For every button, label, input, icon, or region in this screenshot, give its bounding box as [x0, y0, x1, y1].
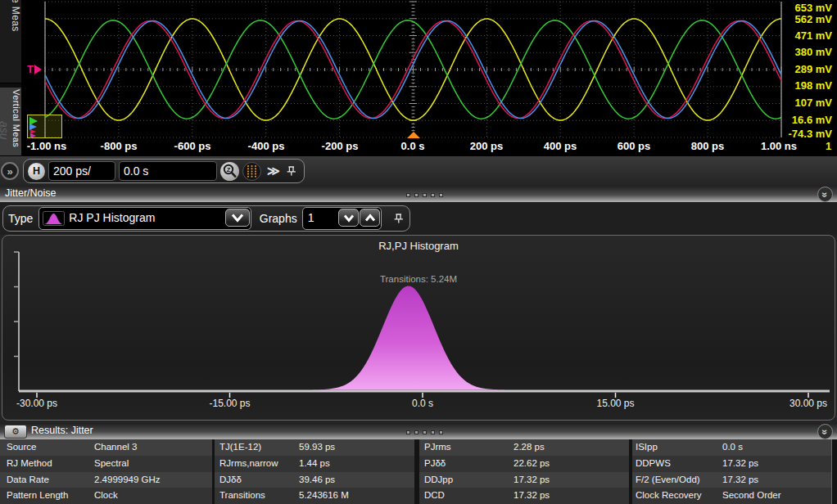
- result-label: DJδδ: [219, 475, 242, 484]
- result-label: PJδδ: [424, 458, 446, 468]
- time-axis-label: 200 ps: [470, 140, 503, 152]
- table-row: DDJpp17.32 ps: [419, 472, 629, 488]
- table-row: DJδδ39.46 ps: [215, 472, 414, 488]
- trigger-label: T: [27, 63, 34, 75]
- time-axis-label: -1.00 ns: [27, 140, 66, 152]
- table-row: RJ MethodSpectral: [0, 456, 212, 472]
- time-axis-label: -200 ps: [322, 140, 359, 152]
- histogram-transitions-annotation: Transitions: 5.24M: [2, 274, 835, 284]
- time-axis-label: -400 ps: [248, 140, 285, 152]
- trigger-level-marker[interactable]: T: [27, 63, 42, 75]
- time-axis-label: -800 ps: [101, 140, 138, 152]
- type-control-group: Type RJ PJ Histogram Graphs 1: [2, 205, 410, 232]
- result-value: Second Order: [722, 490, 781, 500]
- result-value: Clock: [94, 490, 118, 500]
- result-value: Channel 3: [94, 442, 137, 452]
- table-row: RJrms,narrow1.44 ps: [215, 456, 414, 472]
- result-label: RJrms,narrow: [219, 458, 278, 468]
- result-label: DDJpp: [424, 475, 453, 484]
- result-value: 17.32 ps: [514, 490, 550, 500]
- result-label: DCD: [424, 490, 445, 500]
- type-label: Type: [8, 212, 33, 225]
- voltage-axis-label: 471 mV: [794, 29, 832, 42]
- result-value: 59.93 ps: [299, 442, 335, 452]
- graph-type-dropdown[interactable]: RJ PJ Histogram: [38, 207, 251, 230]
- result-value: 17.32 ps: [722, 475, 758, 484]
- timebase-input[interactable]: 200 ps/: [48, 161, 115, 181]
- time-axis-label: 0.0 s: [401, 140, 425, 152]
- results-header: ⚙ Results: Jitter »: [0, 423, 837, 440]
- result-label: RJ Method: [7, 458, 52, 468]
- result-label: PJrms: [424, 442, 451, 452]
- histogram-x-label: 30.00 ps: [789, 398, 827, 409]
- results-column-group: PJrms2.28 psPJδδ22.62 psDDJpp17.32 psDCD…: [419, 439, 629, 504]
- result-label: Transitions: [219, 490, 265, 500]
- collapse-panel-button[interactable]: »: [817, 187, 833, 202]
- result-value: 39.46 ps: [299, 475, 335, 484]
- horizontal-position-input[interactable]: 0.0 s: [119, 161, 217, 181]
- pin-toolbar-icon[interactable]: [286, 166, 297, 177]
- result-label: ISIpp: [636, 442, 658, 452]
- table-row: ISIpp0.0 s: [632, 439, 831, 456]
- more-controls-chevrons[interactable]: ≫: [267, 164, 280, 178]
- graphs-label: Graphs: [260, 212, 297, 225]
- table-row: F/2 (Even/Odd)17.32 ps: [632, 472, 831, 488]
- time-axis-label: 1.00 ns: [761, 140, 797, 152]
- histogram-x-label: 15.00 ps: [596, 398, 634, 409]
- histogram-x-label: -30.00 ps: [16, 398, 57, 409]
- histogram-thumbnail-icon: [43, 211, 65, 226]
- table-right-border: [831, 439, 832, 504]
- time-axis-label: -600 ps: [174, 140, 211, 152]
- time-axis-labels: -1.00 ns-800 ps-600 ps-400 ps-200 ps0.0 …: [0, 138, 837, 155]
- jitter-controls-row: Type RJ PJ Histogram Graphs 1: [0, 202, 837, 235]
- result-value: 1.44 ps: [299, 458, 330, 468]
- graphs-increment-button[interactable]: [360, 209, 380, 227]
- pin-panel-icon[interactable]: [393, 214, 405, 224]
- table-row: PJδδ22.62 ps: [419, 456, 629, 472]
- result-value: 17.32 ps: [722, 458, 758, 468]
- channel-ground-markers[interactable]: [27, 115, 62, 138]
- svg-text:Z: Z: [227, 165, 231, 173]
- sidebar-tab-meas[interactable]: e Meas: [0, 0, 21, 83]
- result-value: 17.32 ps: [514, 475, 550, 484]
- graph-type-value: RJ PJ Histogram: [69, 211, 155, 224]
- voltage-axis-label: 16.6 mV: [792, 114, 832, 126]
- histogram-title: RJ,PJ Histogram: [2, 240, 835, 252]
- graphs-decrement-button[interactable]: [338, 209, 359, 227]
- gear-icon[interactable]: ⚙: [4, 425, 27, 439]
- histogram-x-label: 0.0 s: [412, 398, 433, 409]
- voltage-axis-label: 653 mV: [794, 2, 832, 14]
- drag-handle-dots[interactable]: [406, 430, 443, 434]
- voltage-axis-label: -74.3 mV: [789, 128, 832, 140]
- markers-icon[interactable]: [242, 162, 261, 181]
- voltage-axis-label: 107 mV: [794, 97, 832, 109]
- voltage-axis-label: 562 mV: [794, 13, 832, 25]
- jitter-noise-header: Jitter/Noise »: [0, 186, 837, 203]
- drag-handle-dots[interactable]: [406, 193, 443, 197]
- result-label: DDPWS: [636, 458, 671, 468]
- expand-panel-button[interactable]: »: [1, 162, 19, 180]
- result-label: Pattern Length: [7, 490, 68, 500]
- trigger-time-marker-icon[interactable]: [407, 132, 420, 138]
- horizontal-toolbar: » H 200 ps/ 0.0 s Z: [0, 155, 837, 187]
- result-value: Spectral: [94, 458, 129, 468]
- result-label: F/2 (Even/Odd): [636, 475, 700, 484]
- voltage-axis-label: 198 mV: [794, 79, 832, 92]
- results-title: Results: Jitter: [31, 425, 93, 436]
- graphs-count-spinner[interactable]: 1: [302, 207, 382, 230]
- zoom-icon[interactable]: Z: [220, 162, 239, 181]
- collapse-results-button[interactable]: »: [817, 424, 833, 439]
- time-axis-label: 600 ps: [618, 140, 650, 152]
- oscilloscope-app: e Meas Vertical Meas asu T -1.00 ns-800 …: [0, 0, 837, 504]
- table-row: TJ(1E-12)59.93 ps: [215, 439, 414, 456]
- results-column-group: TJ(1E-12)59.93 psRJrms,narrow1.44 psDJδδ…: [215, 439, 414, 504]
- voltage-axis-label: 289 mV: [794, 63, 832, 75]
- jitter-noise-title: Jitter/Noise: [5, 187, 57, 199]
- horizontal-settings-button[interactable]: H: [28, 163, 45, 180]
- table-row: DDPWS17.32 ps: [632, 456, 831, 472]
- dropdown-open-button[interactable]: [225, 209, 250, 227]
- result-value: 2.4999949 GHz: [94, 475, 161, 484]
- result-label: TJ(1E-12): [219, 442, 261, 452]
- results-column-group: ISIpp0.0 sDDPWS17.32 psF/2 (Even/Odd)17.…: [632, 439, 831, 504]
- voltage-axis-labels: 653 mV562 mV471 mV380 mV289 mV198 mV107 …: [783, 0, 834, 137]
